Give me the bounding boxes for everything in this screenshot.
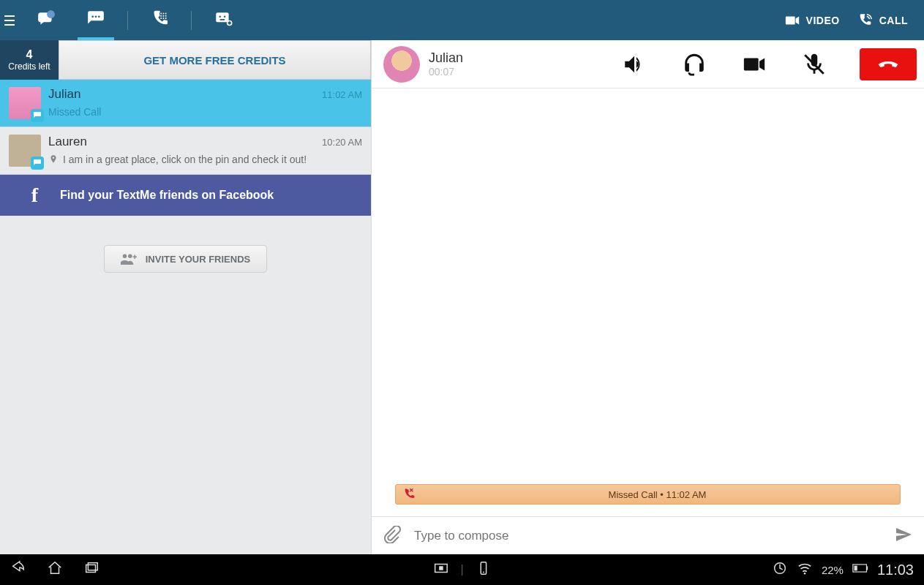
invite-friends-button[interactable]: INVITE YOUR FRIENDS bbox=[104, 245, 268, 273]
audio-call-button[interactable]: CALL bbox=[857, 12, 908, 29]
textme-badge-icon bbox=[31, 156, 44, 170]
credits-counter[interactable]: 4 Credits left bbox=[0, 40, 59, 80]
headset-button[interactable] bbox=[680, 50, 709, 79]
send-button[interactable] bbox=[895, 526, 912, 546]
svg-point-9 bbox=[165, 15, 167, 16]
conversation-name: Lauren bbox=[48, 135, 87, 149]
chat-header: Julian 00:07 bbox=[372, 40, 924, 88]
facebook-cta: Find your TextMe friends on Facebook bbox=[60, 189, 274, 202]
conversation-preview: I am in a great place, click on the pin … bbox=[63, 154, 307, 165]
svg-point-3 bbox=[98, 15, 100, 18]
svg-rect-24 bbox=[88, 563, 97, 570]
tab-calls[interactable] bbox=[141, 0, 178, 40]
contact-name: Julian bbox=[429, 50, 463, 66]
conversation-item-lauren[interactable]: Lauren 10:20 AM I am in a great place, c… bbox=[0, 127, 371, 175]
conversation-name: Julian bbox=[48, 87, 80, 102]
video-call-button[interactable]: VIDEO bbox=[784, 12, 840, 29]
conversation-preview: Missed Call bbox=[48, 106, 362, 118]
separator bbox=[127, 11, 128, 30]
camera-button[interactable] bbox=[740, 50, 769, 79]
svg-rect-15 bbox=[224, 15, 225, 17]
recents-icon[interactable] bbox=[83, 560, 99, 579]
screenshot-icon[interactable] bbox=[432, 560, 448, 579]
svg-point-0 bbox=[47, 10, 55, 18]
svg-point-8 bbox=[162, 15, 164, 16]
conversation-item-julian[interactable]: Julian 11:02 AM Missed Call bbox=[0, 80, 371, 127]
hangup-button[interactable] bbox=[860, 48, 917, 80]
video-label: VIDEO bbox=[806, 15, 840, 26]
svg-point-21 bbox=[128, 254, 132, 259]
svg-rect-19 bbox=[228, 22, 231, 23]
wifi-icon bbox=[797, 560, 813, 579]
conversation-time: 11:02 AM bbox=[322, 89, 362, 100]
svg-point-30 bbox=[804, 573, 806, 575]
battery-icon bbox=[852, 560, 868, 579]
speaker-button[interactable] bbox=[620, 50, 649, 79]
contact-avatar[interactable] bbox=[383, 46, 420, 83]
top-toolbar: VIDEO CALL bbox=[0, 0, 924, 40]
svg-point-5 bbox=[162, 12, 164, 14]
svg-rect-16 bbox=[220, 19, 225, 20]
facebook-icon: f bbox=[31, 184, 38, 207]
missed-call-icon bbox=[403, 488, 415, 502]
svg-rect-14 bbox=[219, 15, 221, 17]
avatar bbox=[9, 135, 41, 167]
message-area[interactable]: Missed Call • 11:02 AM bbox=[372, 88, 924, 516]
clock: 11:03 bbox=[877, 562, 914, 578]
svg-point-7 bbox=[160, 15, 162, 16]
svg-point-2 bbox=[95, 15, 97, 18]
home-icon[interactable] bbox=[47, 560, 63, 579]
compose-input[interactable] bbox=[414, 529, 882, 543]
tab-chats[interactable] bbox=[78, 0, 114, 40]
avatar bbox=[9, 87, 41, 119]
credits-count: 4 bbox=[26, 48, 33, 61]
svg-rect-23 bbox=[86, 565, 96, 572]
get-credits-button[interactable]: GET MORE FREE CREDITS bbox=[59, 40, 371, 80]
app-logo-icon[interactable] bbox=[28, 0, 64, 40]
system-navbar: | 22% 11:03 bbox=[0, 554, 924, 585]
compose-bar bbox=[372, 516, 924, 554]
facebook-find-friends[interactable]: f Find your TextMe friends on Facebook bbox=[0, 175, 371, 216]
device-icon[interactable] bbox=[476, 560, 492, 579]
people-icon bbox=[121, 253, 137, 265]
sync-icon[interactable] bbox=[772, 560, 788, 579]
svg-rect-33 bbox=[854, 566, 857, 571]
separator bbox=[191, 11, 192, 30]
svg-point-11 bbox=[162, 17, 164, 18]
battery-percent: 22% bbox=[822, 564, 844, 576]
missed-call-text: Missed Call • 11:02 AM bbox=[415, 489, 900, 500]
svg-point-4 bbox=[160, 12, 162, 14]
missed-call-banner: Missed Call • 11:02 AM bbox=[395, 484, 901, 505]
svg-point-28 bbox=[483, 572, 484, 573]
svg-rect-13 bbox=[216, 12, 228, 22]
pin-icon bbox=[48, 154, 59, 165]
credits-label: Credits left bbox=[8, 61, 50, 72]
chat-panel: Julian 00:07 Missed Call • 11:02 AM bbox=[371, 40, 924, 554]
svg-point-12 bbox=[165, 17, 167, 18]
call-label: CALL bbox=[879, 15, 908, 26]
svg-rect-32 bbox=[866, 566, 868, 570]
svg-point-6 bbox=[165, 12, 167, 14]
svg-point-10 bbox=[160, 17, 162, 18]
conversation-sidebar: 4 Credits left GET MORE FREE CREDITS Jul… bbox=[0, 40, 371, 554]
svg-point-20 bbox=[122, 254, 127, 259]
back-icon[interactable] bbox=[10, 560, 26, 579]
menu-icon[interactable] bbox=[4, 15, 15, 26]
svg-point-1 bbox=[91, 15, 94, 18]
conversation-time: 10:20 AM bbox=[322, 137, 362, 148]
tab-new-message[interactable] bbox=[205, 0, 241, 40]
svg-rect-26 bbox=[439, 566, 443, 570]
call-timer: 00:07 bbox=[429, 66, 463, 78]
mute-button[interactable] bbox=[800, 50, 829, 79]
invite-label: INVITE YOUR FRIENDS bbox=[146, 254, 251, 265]
attach-icon[interactable] bbox=[383, 526, 401, 546]
textme-badge-icon bbox=[31, 109, 44, 122]
